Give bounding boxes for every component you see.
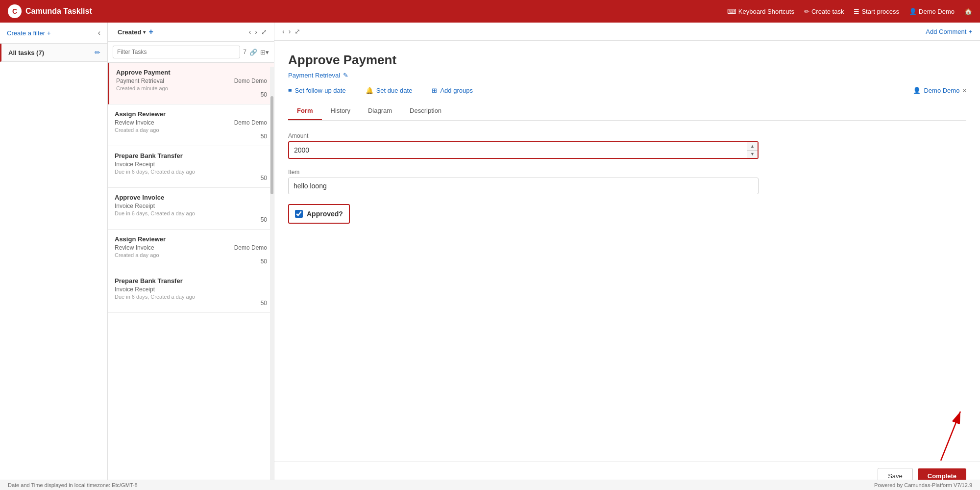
amount-input[interactable] (289, 142, 758, 158)
home-link[interactable]: 🏠 (964, 8, 972, 15)
task-item-assignee: Demo Demo (234, 77, 267, 84)
task-item-meta: Created a minute ago (116, 85, 267, 91)
approved-checkbox-wrapper: Approved? (288, 204, 350, 224)
task-item-count: 50 (115, 216, 267, 223)
filter-tasks-input[interactable] (113, 46, 240, 58)
left-panel-header: Create a filter + ‹ (0, 23, 107, 44)
user-menu[interactable]: 👤 Demo Demo (909, 8, 955, 15)
task-item-meta: Created a day ago (115, 127, 267, 133)
task-count-badge: 7 (243, 49, 246, 55)
detail-nav-right-icon[interactable]: › (289, 27, 291, 35)
task-title: Approve Payment (288, 52, 966, 68)
sort-created-dropdown[interactable]: Created ▾ (118, 28, 146, 36)
app-title: Camunda Tasklist (25, 7, 92, 16)
tab-diagram[interactable]: Diagram (359, 102, 401, 120)
add-comment-button[interactable]: Add Comment + (926, 28, 972, 35)
start-process-link[interactable]: ☰ Start process (854, 8, 899, 15)
approved-field-group: Approved? (288, 204, 759, 224)
task-list-header-left: Created ▾ + (115, 27, 153, 36)
detail-topbar: ‹ › ⤢ Add Comment + (274, 23, 980, 41)
sort-filter-icon[interactable]: ⊞▾ (260, 49, 269, 56)
task-item-assignee: Demo Demo (234, 244, 267, 251)
all-tasks-filter[interactable]: All tasks (7) ✏ (0, 44, 107, 62)
task-form: Amount ▲ ▼ Item (288, 132, 759, 224)
tab-form[interactable]: Form (288, 102, 322, 120)
amount-field-group: Amount ▲ ▼ (288, 132, 759, 159)
home-icon: 🏠 (964, 8, 972, 15)
expand-icon[interactable]: ⤢ (261, 28, 267, 36)
detail-topbar-left: ‹ › ⤢ (282, 27, 300, 35)
task-item-process: Review Invoice (115, 119, 154, 126)
task-item-meta: Created a day ago (115, 252, 267, 258)
task-item-title: Assign Reviewer (115, 110, 267, 118)
assignee-name[interactable]: Demo Demo (924, 87, 959, 94)
scroll-thumb (270, 96, 273, 194)
amount-label: Amount (288, 132, 759, 139)
task-item[interactable]: Prepare Bank Transfer Invoice Receipt Du… (108, 271, 274, 313)
task-item-title: Approve Payment (116, 69, 267, 76)
detail-content: Approve Payment Payment Retrieval ✎ ≡ Se… (274, 41, 980, 462)
task-list-header: Created ▾ + ‹ › ⤢ (108, 23, 274, 42)
task-list-panel: Created ▾ + ‹ › ⤢ 7 🔗 ⊞▾ Approve Payment (108, 23, 274, 490)
task-item-title: Assign Reviewer (115, 235, 267, 243)
task-item-sub: Review Invoice Demo Demo (115, 119, 267, 126)
user-icon: 👤 (909, 8, 917, 15)
top-nav-actions: ⌨ Keyboard Shortcuts ✏ Create task ☰ Sta… (727, 8, 972, 15)
plus-icon: + (968, 28, 972, 35)
process-name[interactable]: Payment Retrieval (288, 72, 340, 79)
task-item-process: Invoice Receipt (115, 161, 155, 168)
task-item-title: Prepare Bank Transfer (115, 152, 267, 159)
chevron-down-icon: ▾ (143, 29, 146, 35)
link-filter-icon[interactable]: 🔗 (249, 49, 257, 56)
app-logo: C Camunda Tasklist (8, 4, 727, 18)
detail-expand-icon[interactable]: ⤢ (294, 27, 300, 35)
tab-description[interactable]: Description (401, 102, 450, 120)
plus-icon: + (47, 29, 51, 37)
task-item-sub: Invoice Receipt (115, 161, 267, 168)
create-filter-button[interactable]: Create a filter + (7, 29, 51, 37)
scrollbar[interactable] (270, 67, 274, 490)
tab-history[interactable]: History (322, 102, 359, 120)
set-follow-up-date-button[interactable]: ≡ Set follow-up date (288, 87, 346, 94)
calendar-icon: ≡ (288, 87, 292, 94)
amount-decrement-button[interactable]: ▼ (747, 151, 758, 158)
task-item[interactable]: Assign Reviewer Review Invoice Demo Demo… (108, 104, 274, 146)
add-filter-button[interactable]: + (148, 27, 153, 36)
task-item-count: 50 (115, 133, 267, 140)
collapse-panel-left-icon[interactable]: ‹ (249, 28, 251, 36)
task-item[interactable]: Approve Payment Payment Retrieval Demo D… (108, 63, 274, 104)
task-item[interactable]: Approve Invoice Invoice Receipt Due in 6… (108, 188, 274, 230)
task-item-count: 50 (116, 91, 267, 98)
task-item-count: 50 (115, 175, 267, 181)
create-task-link[interactable]: ✏ Create task (804, 8, 844, 15)
task-item[interactable]: Assign Reviewer Review Invoice Demo Demo… (108, 230, 274, 271)
task-item[interactable]: Prepare Bank Transfer Invoice Receipt Du… (108, 146, 274, 188)
set-due-date-button[interactable]: 🔔 Set due date (366, 87, 413, 94)
task-item-sub: Invoice Receipt (115, 286, 267, 293)
edit-filter-icon[interactable]: ✏ (95, 49, 100, 56)
amount-spinners: ▲ ▼ (747, 142, 758, 158)
approved-checkbox[interactable] (295, 210, 303, 218)
add-groups-button[interactable]: ⊞ Add groups (432, 87, 473, 94)
task-list: Approve Payment Payment Retrieval Demo D… (108, 63, 274, 490)
task-item-meta: Due in 6 days, Created a day ago (115, 210, 267, 216)
amount-increment-button[interactable]: ▲ (747, 142, 758, 151)
expand-panel-right-icon[interactable]: › (255, 28, 257, 36)
detail-nav-left-icon[interactable]: ‹ (282, 27, 285, 35)
item-input[interactable] (288, 178, 759, 194)
collapse-left-panel-button[interactable]: ‹ (98, 28, 100, 37)
top-navigation: C Camunda Tasklist ⌨ Keyboard Shortcuts … (0, 0, 980, 23)
left-panel: Create a filter + ‹ All tasks (7) ✏ (0, 23, 108, 490)
task-item-process: Payment Retrieval (116, 77, 164, 84)
bell-icon: 🔔 (366, 87, 373, 94)
task-item-sub: Invoice Receipt (115, 203, 267, 209)
keyboard-shortcuts-link[interactable]: ⌨ Keyboard Shortcuts (727, 8, 794, 15)
task-item-meta: Due in 6 days, Created a day ago (115, 294, 267, 300)
item-field-group: Item (288, 169, 759, 194)
task-item-process: Invoice Receipt (115, 203, 155, 209)
remove-assignee-button[interactable]: × (962, 87, 966, 94)
main-layout: Create a filter + ‹ All tasks (7) ✏ Crea… (0, 23, 980, 490)
edit-process-icon[interactable]: ✎ (343, 72, 348, 79)
task-list-header-right: ‹ › ⤢ (249, 28, 267, 36)
task-item-count: 50 (115, 258, 267, 265)
